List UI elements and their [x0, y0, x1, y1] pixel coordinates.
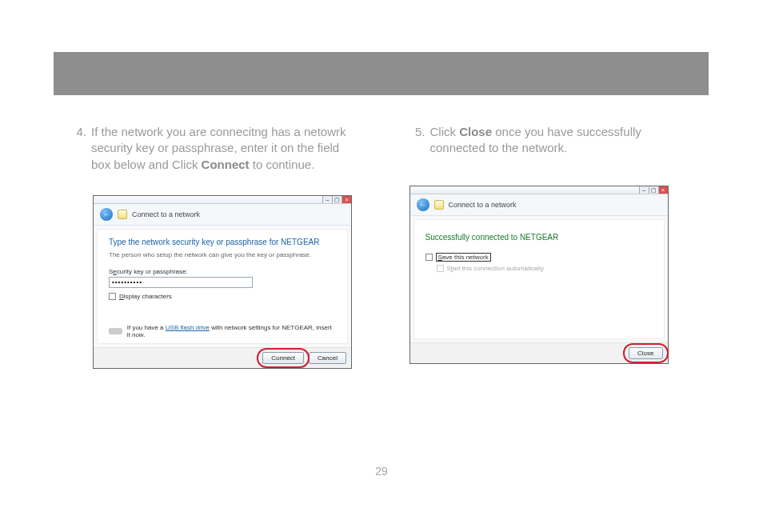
usb-hint: If you have a USB flash drive with netwo…	[109, 324, 336, 338]
usb-icon	[109, 328, 122, 334]
network-icon	[118, 210, 127, 219]
auto-start-label: Start this connection automatically	[447, 265, 544, 272]
connect-button[interactable]: Connect	[262, 352, 304, 364]
back-icon[interactable]: ←	[100, 208, 113, 221]
maximize-button-2[interactable]: ▢	[649, 186, 658, 194]
dialog-subtext: The person who setup the network can giv…	[109, 251, 336, 258]
right-column: 5. Click Close once you have successfull…	[409, 124, 701, 369]
back-icon-2[interactable]: ←	[417, 198, 429, 211]
step-5-number: 5.	[409, 124, 425, 157]
step-4-number: 4.	[70, 124, 86, 173]
window-close-button-2[interactable]: ×	[658, 186, 668, 194]
step-4-text: If the network you are connecitng has a …	[91, 124, 362, 173]
header-bar	[54, 52, 709, 95]
success-message: Successfully connected to NETGEAR	[425, 233, 653, 242]
dialog-heading: Type the network security key or passphr…	[109, 238, 336, 246]
save-network-label: Save this network	[436, 253, 491, 262]
network-icon-2	[434, 200, 444, 210]
step-4-text-b: to continue.	[250, 158, 315, 171]
dialog-titlebar: ← Connect to a network	[94, 204, 351, 226]
dialog-title: Connect to a network	[132, 210, 200, 218]
connect-dialog: – ▢ × ← Connect to a network Type the ne…	[93, 195, 352, 369]
maximize-button[interactable]: ▢	[332, 196, 342, 203]
window-controls-2: – ▢ ×	[410, 186, 668, 194]
display-characters-checkbox[interactable]	[109, 293, 116, 300]
minimize-button-2[interactable]: –	[639, 186, 649, 194]
security-key-label: Security key or passphrase:	[109, 268, 336, 275]
minimize-button[interactable]: –	[322, 196, 332, 203]
step-4-bold: Connect	[202, 158, 250, 171]
cancel-button[interactable]: Cancel	[309, 352, 346, 364]
dialog-title-2: Connect to a network	[449, 201, 517, 209]
left-column: 4. If the network you are connecitng has…	[70, 124, 362, 369]
display-characters-label: Display characters	[119, 293, 172, 300]
auto-start-checkbox[interactable]	[437, 265, 444, 272]
close-button[interactable]: Close	[629, 347, 662, 359]
step-5: 5. Click Close once you have successfull…	[409, 124, 701, 157]
security-key-input[interactable]	[109, 277, 253, 288]
step-5-text-a: Click	[430, 125, 460, 138]
dialog-titlebar-2: ← Connect to a network	[410, 194, 668, 216]
step-5-bold: Close	[459, 125, 492, 138]
window-close-button[interactable]: ×	[342, 196, 351, 203]
usb-flash-drive-link[interactable]: USB flash drive	[166, 324, 210, 331]
step-5-text: Click Close once you have successfully c…	[430, 124, 701, 157]
save-network-checkbox[interactable]	[425, 254, 433, 261]
success-dialog: – ▢ × ← Connect to a network Successfull…	[409, 186, 669, 364]
page-number: 29	[0, 465, 763, 478]
window-controls: – ▢ ×	[94, 196, 351, 204]
step-4: 4. If the network you are connecitng has…	[70, 124, 362, 173]
